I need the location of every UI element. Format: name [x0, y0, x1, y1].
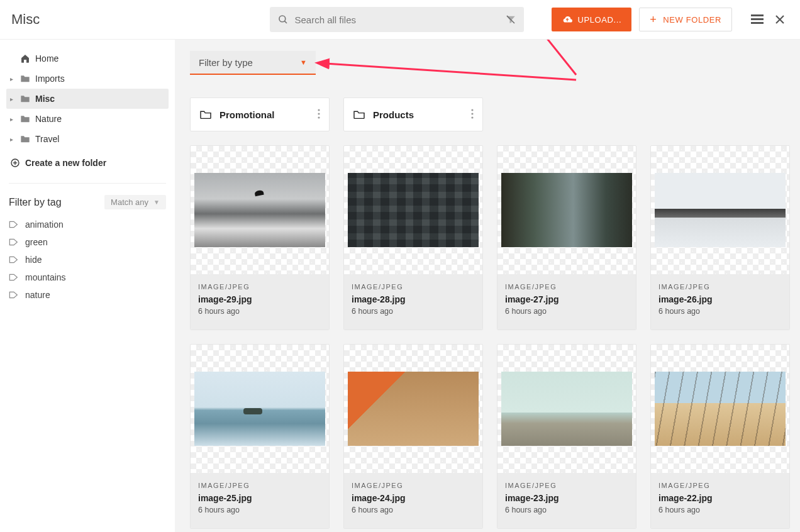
- tag-mountains[interactable]: mountains: [9, 269, 166, 286]
- tag-label: green: [25, 237, 48, 247]
- search-bar[interactable]: [270, 7, 524, 32]
- create-folder-link[interactable]: Create a new folder: [0, 152, 175, 174]
- svg-line-1: [284, 21, 287, 23]
- folder-icon: [20, 135, 30, 143]
- chevron-down-icon: ▼: [300, 58, 307, 66]
- tag-green[interactable]: green: [9, 233, 166, 251]
- file-time: 6 hours ago: [505, 506, 628, 514]
- file-mime: IMAGE/JPEG: [352, 482, 475, 489]
- svg-line-12: [526, 39, 576, 75]
- search-input[interactable]: [295, 14, 505, 25]
- folder-icon: [353, 109, 365, 119]
- svg-point-15: [318, 116, 319, 118]
- file-card[interactable]: IMAGE/JPEGimage-25.jpg6 hours ago: [190, 344, 330, 529]
- svg-point-0: [279, 16, 286, 22]
- sidebar-item-imports[interactable]: ▸ Imports: [6, 69, 169, 89]
- file-card[interactable]: IMAGE/JPEGimage-23.jpg6 hours ago: [497, 344, 636, 529]
- folder-icon: [20, 94, 30, 103]
- sidebar-item-label: Nature: [35, 114, 62, 124]
- file-name: image-29.jpg: [198, 294, 321, 304]
- tag-animation[interactable]: animation: [9, 216, 166, 233]
- upload-label: Upload...: [578, 15, 622, 25]
- sidebar-item-label: Travel: [35, 134, 59, 144]
- sidebar-home-label: Home: [35, 53, 58, 64]
- svg-rect-4: [751, 18, 764, 20]
- caret-icon: ▸: [10, 136, 19, 143]
- sidebar-item-misc[interactable]: ▸ Misc: [6, 89, 169, 109]
- page-title: Misc: [11, 11, 40, 28]
- file-name: image-26.jpg: [658, 294, 782, 304]
- thumbnail: [651, 146, 789, 274]
- file-card[interactable]: IMAGE/JPEGimage-27.jpg6 hours ago: [497, 145, 636, 330]
- caret-icon: ▸: [10, 116, 19, 123]
- file-name: image-28.jpg: [352, 294, 475, 304]
- thumbnail: [651, 345, 789, 473]
- file-mime: IMAGE/JPEG: [505, 482, 628, 489]
- file-time: 6 hours ago: [658, 307, 782, 316]
- cloud-upload-icon: [562, 15, 573, 24]
- folder-name: Products: [373, 109, 469, 120]
- file-card[interactable]: IMAGE/JPEGimage-24.jpg6 hours ago: [343, 344, 483, 529]
- file-name: image-22.jpg: [658, 493, 782, 503]
- file-name: image-23.jpg: [505, 493, 628, 503]
- svg-point-13: [318, 109, 319, 111]
- filter-by-type-select[interactable]: Filter by type ▼: [190, 51, 316, 75]
- list-view-icon[interactable]: [748, 11, 766, 28]
- file-mime: IMAGE/JPEG: [352, 283, 475, 291]
- thumbnail: [344, 146, 482, 274]
- sidebar-item-nature[interactable]: ▸ Nature: [6, 109, 169, 129]
- plus-circle-icon: [10, 158, 20, 168]
- thumbnail: [191, 345, 329, 473]
- file-card[interactable]: IMAGE/JPEGimage-28.jpg6 hours ago: [343, 145, 483, 330]
- folder-card[interactable]: Promotional: [190, 97, 330, 131]
- new-folder-button[interactable]: + New Folder: [639, 8, 732, 31]
- folder-card[interactable]: Products: [343, 97, 483, 131]
- tag-nature[interactable]: nature: [9, 286, 166, 304]
- annotation-arrow: [514, 39, 596, 80]
- tag-hide[interactable]: hide: [9, 251, 166, 269]
- create-folder-label: Create a new folder: [25, 158, 106, 168]
- file-card[interactable]: IMAGE/JPEGimage-26.jpg6 hours ago: [650, 145, 790, 330]
- more-icon[interactable]: [469, 106, 476, 123]
- divider: [9, 183, 166, 184]
- sidebar-item-label: Misc: [35, 94, 55, 104]
- file-time: 6 hours ago: [198, 506, 321, 514]
- file-mime: IMAGE/JPEG: [658, 482, 782, 489]
- filter-off-icon[interactable]: [505, 14, 516, 25]
- svg-rect-5: [751, 22, 764, 24]
- svg-point-17: [471, 113, 473, 114]
- thumbnail: [344, 345, 482, 473]
- tag-icon: [9, 255, 19, 264]
- main-content: Filter by type ▼ PromotionalProductsIMAG…: [175, 39, 800, 532]
- sidebar-home[interactable]: Home: [6, 48, 169, 69]
- file-mime: IMAGE/JPEG: [658, 283, 782, 291]
- thumbnail: [497, 345, 636, 473]
- file-card[interactable]: IMAGE/JPEGimage-29.jpg6 hours ago: [190, 145, 330, 330]
- filter-type-label: Filter by type: [199, 57, 253, 68]
- sidebar-item-travel[interactable]: ▸ Travel: [6, 129, 169, 149]
- file-mime: IMAGE/JPEG: [505, 283, 628, 291]
- file-card[interactable]: IMAGE/JPEGimage-22.jpg6 hours ago: [650, 344, 790, 529]
- folder-icon: [20, 74, 30, 83]
- folder-icon: [199, 109, 212, 119]
- folder-icon: [20, 114, 30, 123]
- folder-name: Promotional: [219, 109, 315, 120]
- file-mime: IMAGE/JPEG: [198, 283, 321, 291]
- tag-icon: [9, 220, 19, 229]
- file-time: 6 hours ago: [505, 307, 628, 316]
- file-mime: IMAGE/JPEG: [198, 482, 321, 489]
- sidebar: Home ▸ Imports ▸ Misc ▸ Nature ▸ Travel: [0, 39, 175, 532]
- more-icon[interactable]: [315, 106, 323, 123]
- tag-label: mountains: [25, 272, 66, 282]
- match-mode-select[interactable]: Match any ▼: [104, 195, 166, 209]
- caret-icon: ▸: [10, 96, 19, 103]
- close-icon[interactable]: [771, 11, 789, 28]
- tag-icon: [9, 238, 19, 247]
- search-icon: [277, 14, 289, 25]
- upload-button[interactable]: Upload...: [552, 8, 632, 31]
- caret-icon: ▸: [10, 75, 19, 82]
- file-name: image-24.jpg: [352, 493, 475, 503]
- tag-icon: [9, 273, 19, 282]
- svg-point-14: [318, 113, 319, 114]
- plus-icon: +: [650, 14, 657, 25]
